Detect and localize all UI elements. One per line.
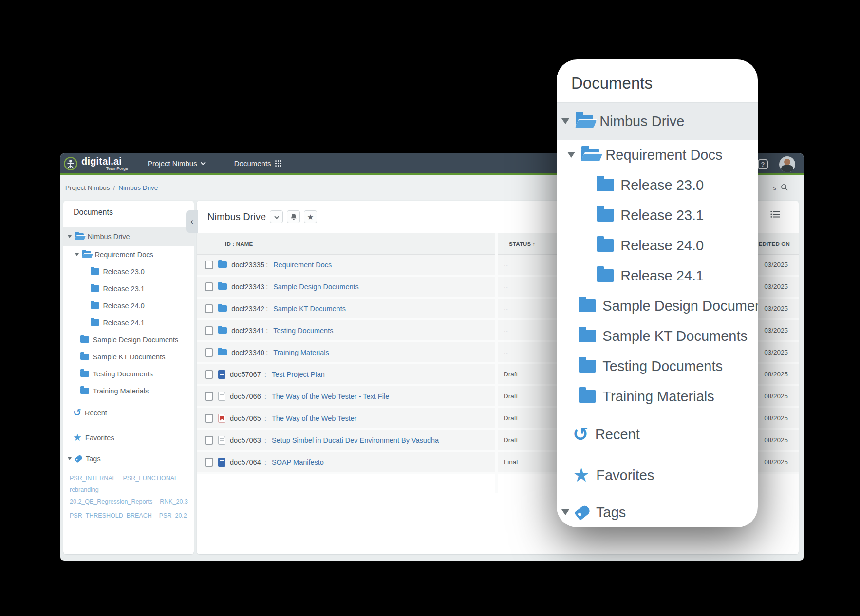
tree-item-label: Testing Documents	[93, 370, 153, 378]
sidebar-tree-item-release-24-0[interactable]: Release 24.0	[63, 297, 194, 314]
document-id: doc57065	[230, 414, 262, 422]
breadcrumb-project[interactable]: Project Nimbus	[65, 184, 110, 191]
document-name-link[interactable]: The Way of the Web Tester - Text File	[272, 392, 389, 400]
folder-icon	[91, 319, 99, 326]
document-name-link[interactable]: Sample Design Documents	[273, 283, 359, 291]
bell-icon	[290, 213, 297, 221]
notifications-bell-button[interactable]	[287, 210, 300, 223]
overlay-tree-item-release-23-0[interactable]: Release 23.0	[557, 170, 758, 200]
chevron-down-icon	[201, 160, 206, 165]
favorite-star-button[interactable]: ★	[304, 210, 317, 223]
document-name-link[interactable]: The Way of the Web Tester	[272, 414, 357, 422]
sidebar-tree-item-requirement-docs[interactable]: Requirement Docs	[63, 246, 194, 263]
tag-link-psr-20-2[interactable]: PSR_20.2	[159, 512, 187, 519]
help-button[interactable]: ?	[758, 159, 768, 169]
row-checkbox[interactable]	[205, 304, 213, 313]
sidebar-tree-item-sample-design-documents[interactable]: Sample Design Documents	[63, 331, 194, 348]
row-checkbox[interactable]	[205, 282, 213, 291]
folder-icon	[80, 388, 89, 394]
tree-item-label: Tags	[86, 455, 101, 463]
row-checkbox[interactable]	[205, 458, 213, 467]
document-status: --	[504, 261, 508, 268]
overlay-tree-item-sample-kt-documents[interactable]: Sample KT Documents	[557, 321, 758, 351]
tree-item-label: Training Materials	[602, 389, 714, 405]
tag-link-psr-functional[interactable]: PSR_FUNCTIONAL	[123, 475, 178, 482]
document-name-link[interactable]: Sample KT Documents	[273, 305, 346, 313]
row-checkbox[interactable]	[205, 326, 213, 335]
folder-icon	[597, 239, 614, 252]
overlay-tree-item-recent[interactable]: ↺Recent	[557, 419, 758, 449]
sidebar-tree-item-release-23-1[interactable]: Release 23.1	[63, 280, 194, 297]
overlay-tree-item-release-24-1[interactable]: Release 24.1	[557, 261, 758, 291]
document-status: --	[504, 349, 508, 356]
tag-link-psr-threshold-breach[interactable]: PSR_THRESHOLD_BREACH	[70, 512, 152, 519]
id-name-separator: :	[262, 436, 269, 444]
row-checkbox[interactable]	[205, 392, 213, 401]
sidebar-tree-item-sample-kt-documents[interactable]: Sample KT Documents	[63, 348, 194, 365]
collapse-chevron-icon: ‹	[190, 217, 193, 226]
document-name-link[interactable]: SOAP Manifesto	[272, 458, 324, 466]
row-checkbox[interactable]	[205, 436, 213, 445]
tag-link-rnk-20-3[interactable]: RNK_20.3	[160, 498, 188, 505]
document-name-link[interactable]: Requirement Docs	[273, 261, 332, 269]
brand-name: digital.ai	[81, 156, 128, 166]
sidebar-tree-item-nimbus-drive[interactable]: Nimbus Drive	[63, 227, 194, 246]
sidebar-collapse-button[interactable]: ‹	[186, 210, 198, 233]
tree-item-label: Favorites	[85, 434, 114, 442]
document-status: --	[504, 327, 508, 334]
tag-link-rebranding[interactable]: rebranding	[70, 486, 99, 493]
overlay-tree-item-requirement-docs[interactable]: Requirement Docs	[557, 140, 758, 170]
document-name-link[interactable]: Setup Simbel in Ducati Dev Environment B…	[272, 436, 439, 444]
search-area[interactable]: s	[773, 175, 788, 200]
folder-icon	[91, 285, 99, 292]
folder-icon	[218, 261, 227, 268]
sidebar-tree-item-release-24-1[interactable]: Release 24.1	[63, 314, 194, 331]
document-name-link[interactable]: Training Materials	[273, 349, 329, 356]
row-checkbox[interactable]	[205, 261, 213, 269]
overlay-tree-item-favorites[interactable]: ★Favorites	[557, 460, 758, 490]
tree-item-label: Nimbus Drive	[88, 233, 130, 241]
sidebar-tree-item-favorites[interactable]: ★Favorites	[63, 429, 194, 446]
id-name-separator: :	[262, 458, 269, 466]
document-name-link[interactable]: Test Project Plan	[272, 371, 325, 378]
list-view-toggle-button[interactable]	[770, 210, 780, 219]
tag-link-20-2-qe-regression-reports[interactable]: 20.2_QE_Regression_Reports	[70, 498, 152, 505]
sidebar-tree-item-testing-documents[interactable]: Testing Documents	[63, 365, 194, 382]
documents-app-menu[interactable]: Documents	[234, 159, 282, 168]
search-icon[interactable]	[781, 184, 788, 191]
folder-icon	[91, 268, 99, 275]
document-name-link[interactable]: Testing Documents	[273, 327, 333, 335]
recent-history-icon: ↺	[73, 409, 81, 417]
overlay-tree-item-sample-design-documents[interactable]: Sample Design Documents	[557, 291, 758, 321]
row-checkbox[interactable]	[205, 348, 213, 357]
overlay-tree-item-nimbus-drive[interactable]: Nimbus Drive	[557, 103, 758, 140]
breadcrumb-current[interactable]: Nimbus Drive	[118, 184, 158, 191]
sidebar-tree-item-recent[interactable]: ↺Recent	[63, 404, 194, 421]
row-checkbox[interactable]	[205, 370, 213, 379]
folder-open-icon	[82, 251, 91, 258]
user-avatar[interactable]	[779, 156, 795, 172]
overlay-tree-item-training-materials[interactable]: Training Materials	[557, 381, 758, 411]
overlay-tree-item-testing-documents[interactable]: Testing Documents	[557, 351, 758, 381]
column-header-id-name[interactable]: ID : NAME	[225, 241, 253, 247]
project-selector[interactable]: Project Nimbus	[148, 159, 204, 168]
tree-item-label: Release 24.0	[103, 302, 144, 310]
id-name-separator: :	[262, 414, 269, 422]
folder-actions-dropdown-button[interactable]	[270, 210, 283, 223]
row-checkbox[interactable]	[205, 414, 213, 423]
tree-item-label: Release 24.0	[620, 238, 704, 254]
overlay-tree-item-release-24-0[interactable]: Release 24.0	[557, 230, 758, 261]
sidebar-tree-item-tags[interactable]: Tags	[63, 450, 194, 467]
folder-icon	[80, 371, 89, 377]
overlay-tree-item-tags[interactable]: Tags	[557, 497, 758, 527]
tree-item-label: Nimbus Drive	[599, 113, 684, 130]
tag-link-psr-internal[interactable]: PSR_INTERNAL	[70, 475, 115, 482]
sidebar-tree-item-release-23-0[interactable]: Release 23.0	[63, 263, 194, 280]
column-header-status[interactable]: STATUS↑	[509, 241, 535, 247]
column-header-edited-on[interactable]: T EDITED ON	[753, 241, 790, 247]
overlay-tree-item-release-23-1[interactable]: Release 23.1	[557, 200, 758, 230]
sidebar-tree-item-training-materials[interactable]: Training Materials	[63, 382, 194, 399]
id-name-separator: :	[263, 283, 270, 291]
document-id: docf23340	[231, 349, 263, 356]
favorites-star-icon: ★	[73, 434, 82, 442]
